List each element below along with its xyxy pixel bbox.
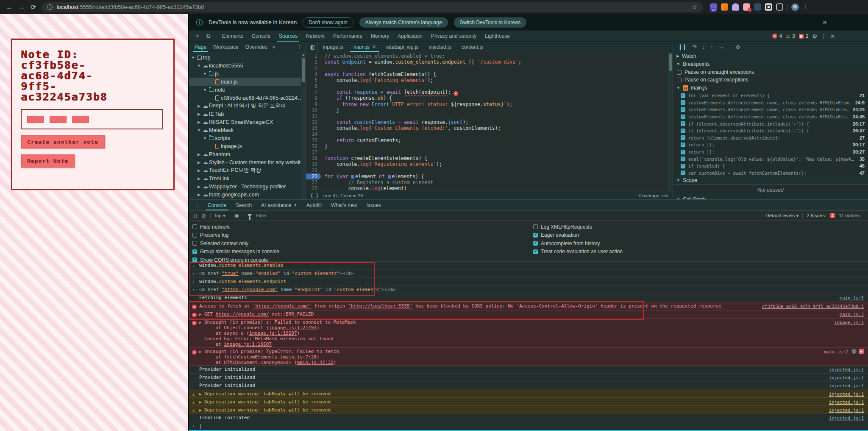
tree-item-inpage.js[interactable]: inpage.js: [189, 142, 306, 150]
line-number[interactable]: 2: [306, 59, 321, 65]
breakpoint-row[interactable]: return [];30:27: [673, 148, 868, 156]
devtools-settings-icon[interactable]: ⚙: [812, 33, 817, 39]
navigator-tab-overrides[interactable]: Overrides: [242, 42, 271, 52]
pause-caught-row[interactable]: Pause on caught exceptions: [673, 76, 868, 84]
devtools-close-icon[interactable]: ✕: [830, 33, 835, 39]
tree-item-main.js[interactable]: main.js: [189, 78, 306, 86]
bookmark-star-icon[interactable]: ☆: [692, 4, 698, 11]
extension-icon-pink[interactable]: !: [743, 3, 750, 11]
pretty-print-icon[interactable]: { }: [310, 193, 319, 198]
breakpoint-row[interactable]: if (element.observedAttribute.includes('…: [673, 120, 868, 127]
console-setting-log-xmlhttprequests[interactable]: Log XMLHttpRequests: [533, 223, 623, 231]
code-line[interactable]: 4async function fetchCustomElements() {: [306, 71, 673, 77]
console-tab-console[interactable]: Console: [203, 200, 231, 210]
inspect-element-icon[interactable]: ⌖: [192, 33, 203, 39]
breakpoint-checkbox[interactable]: [681, 135, 685, 140]
file-tab-ietabapi_wp.js[interactable]: ietabapi_wp.js: [381, 42, 423, 52]
line-number[interactable]: 10: [306, 107, 321, 113]
step-into-icon[interactable]: ↓: [702, 44, 705, 50]
message-source-link[interactable]: main.js:5: [834, 295, 864, 301]
expand-triangle-icon[interactable]: ▶: [199, 391, 204, 397]
warning-count-icon[interactable]: ⚠: [786, 34, 790, 39]
checkbox[interactable]: [192, 233, 197, 238]
tab-memory[interactable]: Memory: [367, 31, 393, 42]
line-number[interactable]: 11: [306, 113, 321, 119]
line-number[interactable]: 13: [306, 125, 321, 131]
tab-sources[interactable]: Sources: [275, 31, 302, 42]
message-source-link[interactable]: injected.js:1: [823, 391, 864, 397]
breakpoint-row[interactable]: return [element.observedAttribute];27: [673, 134, 868, 142]
tab-privacy-and-security[interactable]: Privacy and security: [427, 31, 481, 42]
tree-item-IE[interactable]: ▶☁IE Tab: [189, 110, 306, 118]
more-navigator-tabs-icon[interactable]: »: [271, 44, 277, 50]
breakpoint-row[interactable]: var customDivs = await fetchCustomElemen…: [673, 170, 868, 177]
forward-icon[interactable]: →: [18, 4, 25, 11]
breakpoint-row[interactable]: eval(`console.log('Old value: ${oldValue…: [673, 155, 868, 162]
breakpoint-row[interactable]: customElements.define(element.name, clas…: [673, 106, 868, 113]
call-stack-section-header[interactable]: ▼Call Stack: [673, 196, 868, 199]
breakpoint-checkbox[interactable]: [681, 129, 685, 133]
breakpoint-checkbox[interactable]: [681, 100, 685, 105]
code-line[interactable]: 11: [306, 113, 673, 119]
tree-item-Stylish[interactable]: ▶☁Stylish - Custom themes for any websit…: [189, 158, 306, 166]
tree-item-Phantom[interactable]: ▶☁Phantom: [189, 150, 306, 158]
console-tab-issues[interactable]: Issues: [362, 200, 386, 210]
tab-performance[interactable]: Performance: [329, 31, 367, 42]
code-line[interactable]: 10 }: [306, 107, 673, 113]
tree-item-scripts[interactable]: ▼scripts: [189, 134, 306, 142]
tree-scrollbar[interactable]: ▲: [301, 52, 306, 199]
breakpoint-checkbox[interactable]: [681, 107, 685, 112]
console-tab-search[interactable]: Search: [231, 200, 256, 210]
extension-icon-purple[interactable]: 20: [710, 3, 717, 11]
breakpoint-row[interactable]: customElements.define(element.name, clas…: [673, 113, 868, 120]
line-number[interactable]: 1: [306, 53, 321, 59]
console-sidebar-icon[interactable]: ◫: [192, 213, 197, 218]
code-line[interactable]: 3: [306, 65, 673, 71]
breakpoint-checkbox[interactable]: [681, 121, 685, 126]
expand-triangle-icon[interactable]: ▶: [199, 319, 204, 326]
tree-item-TronLink[interactable]: ▶☁TronLink: [189, 174, 306, 182]
line-number[interactable]: 23: [306, 185, 321, 191]
step-over-icon[interactable]: ↷: [692, 44, 697, 50]
line-number[interactable]: 18: [306, 155, 321, 161]
report-note-button[interactable]: Report Note: [21, 154, 75, 168]
code-line[interactable]: 18function createElements(elements) {: [306, 155, 673, 161]
breakpoint-row[interactable]: if (enabled) {46: [673, 162, 868, 170]
line-number[interactable]: 15: [306, 137, 321, 143]
log-levels-selector[interactable]: Default levels ▾: [765, 213, 798, 218]
breakpoint-checkbox[interactable]: [681, 164, 685, 168]
line-number[interactable]: 12: [306, 119, 321, 125]
checkbox[interactable]: [677, 78, 682, 82]
message-source-link[interactable]: main.js:7: [834, 311, 864, 318]
breakpoint-checkbox[interactable]: [681, 115, 685, 119]
pause-script-icon[interactable]: ❙❙: [678, 44, 687, 50]
line-number[interactable]: 16: [306, 143, 321, 149]
message-source-link[interactable]: injected.js:1: [823, 375, 864, 381]
code-line[interactable]: 2const endpoint = window.custom_elements…: [306, 59, 673, 65]
clear-console-icon[interactable]: ⊘: [201, 213, 206, 219]
drawer-menu-icon[interactable]: ⋮: [191, 202, 203, 208]
line-number[interactable]: 14: [306, 131, 321, 137]
code-line[interactable]: 1// window.custom_elements.enabled = tru…: [306, 53, 673, 59]
tree-item-INISAFE[interactable]: ▶☁INISAFE SmartManagerEX: [189, 118, 306, 126]
console-setting-selected-context-only[interactable]: Selected context only: [192, 239, 279, 248]
line-number[interactable]: 20: [306, 168, 321, 174]
issues-badge[interactable]: 2: [830, 213, 835, 218]
notification-close-icon[interactable]: ✕: [822, 19, 827, 26]
step-out-icon[interactable]: ↑: [710, 44, 713, 50]
scope-section-header[interactable]: ▼Scope: [673, 176, 868, 185]
line-number[interactable]: 8: [306, 95, 321, 101]
tree-item-fonts.googleapis.com[interactable]: ▶☁fonts.googleapis.com: [189, 190, 306, 199]
tab-network[interactable]: Network: [302, 31, 329, 42]
profile-avatar[interactable]: [791, 3, 799, 11]
line-number[interactable]: 22: [306, 179, 321, 185]
message-source-link[interactable]: injected.js:1: [823, 383, 864, 389]
console-tab-ai-assistance[interactable]: AI assistance✦: [256, 200, 302, 210]
info-circle-icon[interactable]: i: [851, 349, 857, 354]
line-number[interactable]: 17: [306, 149, 321, 155]
line-number[interactable]: 4: [306, 71, 321, 77]
expand-triangle-icon[interactable]: ▶: [199, 407, 204, 414]
code-line[interactable]: 12 const customElements = await response…: [306, 119, 673, 125]
message-source-link[interactable]: injected.js:1: [823, 415, 864, 421]
message-source-link[interactable]: inpage.js:1: [828, 319, 864, 326]
